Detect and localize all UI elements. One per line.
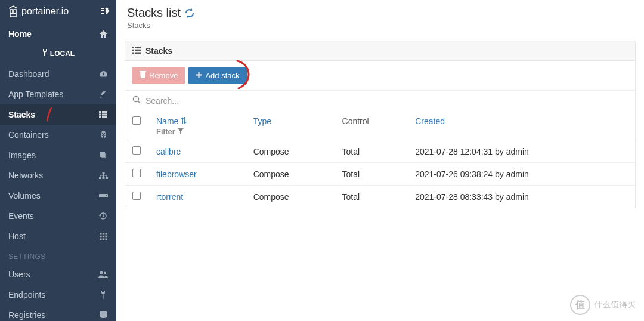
svg-rect-6 bbox=[102, 114, 107, 116]
svg-rect-33 bbox=[132, 47, 134, 48]
brand-text: portainer.io bbox=[21, 6, 69, 17]
panel-title: Stacks bbox=[145, 46, 172, 55]
layers-icon bbox=[98, 150, 108, 160]
svg-rect-22 bbox=[105, 235, 107, 237]
watermark: 值 什么值得买 bbox=[570, 295, 636, 315]
list-icon bbox=[98, 110, 108, 119]
search-input[interactable] bbox=[145, 96, 628, 106]
gauge-icon bbox=[98, 69, 108, 79]
svg-rect-23 bbox=[100, 238, 102, 240]
table-row: rtorrent Compose Total 2021-07-28 08:33:… bbox=[125, 186, 635, 208]
cell-created: 2021-07-28 12:04:31 by admin bbox=[408, 140, 635, 163]
svg-rect-36 bbox=[135, 50, 141, 51]
filter-control[interactable]: Filter bbox=[156, 126, 239, 136]
svg-rect-5 bbox=[99, 114, 101, 116]
cell-control: Total bbox=[335, 186, 408, 208]
sitemap-icon bbox=[98, 171, 108, 180]
sidebar-item-images[interactable]: Images bbox=[0, 145, 116, 165]
cell-type: Compose bbox=[246, 186, 335, 208]
sidebar-item-containers[interactable]: Containers bbox=[0, 125, 116, 145]
table-row: calibre Compose Total 2021-07-28 12:04:3… bbox=[125, 140, 635, 163]
svg-rect-1 bbox=[14, 10, 16, 13]
sidebar-item-volumes[interactable]: Volumes bbox=[0, 186, 116, 206]
svg-rect-25 bbox=[105, 238, 107, 240]
plug-icon bbox=[42, 49, 48, 58]
sidebar-item-host[interactable]: Host bbox=[0, 226, 116, 246]
cell-control: Total bbox=[335, 140, 408, 163]
svg-rect-38 bbox=[135, 53, 141, 54]
stack-name-link[interactable]: rtorrent bbox=[156, 192, 183, 202]
svg-rect-17 bbox=[100, 233, 102, 235]
cell-type: Compose bbox=[246, 140, 335, 163]
breadcrumb: Stacks bbox=[127, 21, 633, 30]
panel-header: Stacks bbox=[125, 41, 635, 61]
svg-rect-0 bbox=[10, 10, 13, 13]
svg-point-26 bbox=[100, 271, 103, 274]
row-checkbox[interactable] bbox=[132, 146, 141, 155]
svg-rect-14 bbox=[106, 177, 108, 179]
search-row bbox=[125, 90, 635, 110]
trash-icon bbox=[140, 71, 146, 80]
svg-rect-37 bbox=[132, 53, 134, 54]
sidebar-item-app-templates[interactable]: App Templates bbox=[0, 84, 116, 104]
table-row: filebrowser Compose Total 2021-07-26 09:… bbox=[125, 163, 635, 186]
logo-row: portainer.io bbox=[0, 0, 116, 24]
column-name[interactable]: Name bbox=[156, 116, 187, 126]
stack-name-link[interactable]: filebrowser bbox=[156, 169, 197, 179]
sort-icon bbox=[181, 116, 187, 126]
svg-rect-10 bbox=[101, 153, 106, 158]
sidebar-item-dashboard[interactable]: Dashboard bbox=[0, 64, 116, 84]
funnel-icon bbox=[178, 127, 184, 136]
plug-icon bbox=[98, 290, 108, 300]
history-icon bbox=[98, 211, 108, 221]
svg-rect-2 bbox=[10, 14, 16, 17]
content: Stacks Remove Add stack bbox=[116, 35, 644, 214]
watermark-text: 什么值得买 bbox=[594, 300, 636, 310]
svg-rect-34 bbox=[135, 47, 141, 48]
local-endpoint[interactable]: LOCAL bbox=[0, 44, 116, 64]
stacks-table: Name Filter Type Control Created bbox=[125, 110, 635, 208]
svg-rect-21 bbox=[102, 235, 104, 237]
sidebar-item-users[interactable]: Users bbox=[0, 264, 116, 285]
sidebar-item-registries[interactable]: Registries bbox=[0, 305, 116, 321]
stack-name-link[interactable]: calibre bbox=[156, 147, 181, 156]
add-stack-button[interactable]: Add stack bbox=[188, 67, 246, 84]
plus-icon bbox=[196, 71, 202, 80]
watermark-icon: 值 bbox=[570, 295, 590, 315]
svg-rect-11 bbox=[102, 172, 104, 174]
row-checkbox[interactable] bbox=[132, 192, 141, 200]
sidebar-item-endpoints[interactable]: Endpoints bbox=[0, 285, 116, 305]
row-checkbox[interactable] bbox=[132, 169, 141, 177]
page-header: Stacks list Stacks bbox=[116, 0, 644, 35]
sidebar: portainer.io Home LOCAL Dashboard App Te… bbox=[0, 0, 116, 321]
rocket-icon bbox=[98, 89, 108, 99]
select-all-checkbox[interactable] bbox=[132, 116, 141, 125]
stacks-panel: Stacks Remove Add stack bbox=[125, 41, 636, 208]
svg-rect-4 bbox=[102, 111, 107, 113]
svg-point-39 bbox=[134, 97, 139, 102]
svg-rect-19 bbox=[105, 233, 107, 235]
home-icon bbox=[98, 29, 108, 39]
sidebar-item-home[interactable]: Home bbox=[0, 24, 116, 44]
svg-rect-35 bbox=[132, 50, 134, 51]
refresh-icon[interactable] bbox=[184, 8, 195, 18]
sidebar-item-stacks[interactable]: Stacks bbox=[0, 104, 116, 125]
svg-rect-3 bbox=[99, 111, 101, 113]
column-created[interactable]: Created bbox=[415, 116, 445, 126]
cubes-icon bbox=[98, 130, 108, 140]
sidebar-item-networks[interactable]: Networks bbox=[0, 165, 116, 186]
remove-button[interactable]: Remove bbox=[132, 67, 185, 84]
cell-created: 2021-07-26 09:38:24 by admin bbox=[408, 163, 635, 186]
column-type[interactable]: Type bbox=[253, 116, 271, 126]
logo-icon bbox=[7, 5, 19, 18]
main: Stacks list Stacks Stacks Remove Add sta… bbox=[116, 0, 644, 321]
logo[interactable]: portainer.io bbox=[7, 5, 69, 18]
collapse-icon[interactable] bbox=[100, 7, 109, 17]
search-icon bbox=[132, 95, 141, 106]
settings-section-header: SETTINGS bbox=[0, 246, 116, 264]
cell-type: Compose bbox=[246, 163, 335, 186]
svg-rect-13 bbox=[102, 177, 104, 179]
svg-point-16 bbox=[106, 195, 107, 196]
svg-rect-20 bbox=[100, 235, 102, 237]
sidebar-item-events[interactable]: Events bbox=[0, 206, 116, 226]
